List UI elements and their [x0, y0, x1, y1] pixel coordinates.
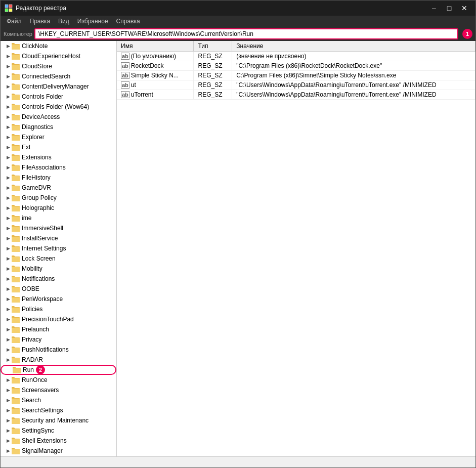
folder-icon: [13, 366, 21, 373]
tree-item-searchsettings[interactable]: ▶ SearchSettings: [1, 405, 116, 415]
tree-item-contentdeliverymanager[interactable]: ▶ ContentDeliveryManager: [1, 81, 116, 92]
tree-item-clicknote[interactable]: ▶ ClickNote: [1, 41, 116, 51]
tree-item-deviceaccess[interactable]: ▶ DeviceAccess: [1, 112, 116, 122]
tree-arrow-icon: ▶: [5, 236, 12, 241]
tree-item-controlsfolderwow64[interactable]: ▶ Controls Folder (Wow64): [1, 102, 116, 112]
tree-item-ext[interactable]: ▶ Ext: [1, 142, 116, 152]
tree-item-diagnostics[interactable]: ▶ Diagnostics: [1, 122, 116, 132]
tree-item-fileassociations[interactable]: ▶ FileAssociations: [1, 162, 116, 173]
ab-icon: ab: [121, 81, 129, 89]
tree-arrow-icon: ▶: [5, 145, 12, 150]
tree-item-notifications[interactable]: ▶ Notifications: [1, 274, 116, 284]
tree-item-lockscreen[interactable]: ▶ Lock Screen: [1, 253, 116, 264]
tree-arrow-icon: ▶: [5, 195, 12, 200]
tree-item-prelaunch[interactable]: ▶ Prelaunch: [1, 324, 116, 334]
tree-item-holographic[interactable]: ▶ Holographic: [1, 203, 116, 213]
tree-item-mobility[interactable]: ▶ Mobility: [1, 264, 116, 274]
tree-item-explorer[interactable]: ▶ Explorer: [1, 132, 116, 142]
close-button[interactable]: ✕: [457, 1, 471, 15]
tree-item-run[interactable]: Run2: [1, 365, 116, 375]
window-title: Редактор реестра: [16, 5, 427, 12]
tree-label: RADAR: [22, 356, 43, 363]
tree-item-shellextensions[interactable]: ▶ Shell Extensions: [1, 436, 116, 446]
tree-label: Shell Extensions: [22, 437, 67, 444]
menu-favorites[interactable]: Избранное: [73, 17, 112, 26]
minimize-button[interactable]: –: [427, 1, 441, 15]
tree-item-settingsync[interactable]: ▶ SettingSync: [1, 426, 116, 436]
table-row[interactable]: abRocketDockREG_SZ"C:\Program Files (x86…: [117, 61, 475, 71]
folder-icon: [12, 164, 20, 171]
folder-icon: [12, 285, 20, 292]
tree-label: DeviceAccess: [22, 113, 60, 120]
folder-icon: [12, 387, 20, 394]
folder-icon: [12, 73, 20, 80]
folder-icon: [12, 144, 20, 151]
folder-icon: [12, 184, 20, 191]
tree-item-immersiveshell[interactable]: ▶ ImmersiveShell: [1, 223, 116, 233]
table-row[interactable]: abSimple Sticky N...REG_SZC:\Program Fil…: [117, 71, 475, 80]
tree-item-radar[interactable]: ▶ RADAR: [1, 355, 116, 365]
reg-name: ab(По умолчанию): [117, 52, 194, 61]
tree-item-privacy[interactable]: ▶ Privacy: [1, 334, 116, 345]
tree-item-internetsettings[interactable]: ▶ Internet Settings: [1, 243, 116, 253]
tree-item-penworkspace[interactable]: ▶ PenWorkspace: [1, 294, 116, 304]
menu-view[interactable]: Вид: [54, 17, 73, 26]
folder-icon: [12, 113, 20, 120]
tree-item-ime[interactable]: ▶ ime: [1, 213, 116, 223]
tree-arrow-icon: ▶: [5, 256, 12, 261]
tree-item-securityandmaintenance[interactable]: ▶ Security and Maintenanc: [1, 415, 116, 426]
tree-item-oobe[interactable]: ▶ OOBE: [1, 284, 116, 294]
tree-item-screensavers[interactable]: ▶ Screensavers: [1, 385, 116, 395]
tree-label: PrecisionTouchPad: [22, 316, 74, 323]
address-input[interactable]: [34, 28, 458, 39]
registry-tree[interactable]: ▶ ClickNote▶ CloudExperienceHost▶ CloudS…: [1, 41, 117, 456]
folder-icon: [12, 346, 20, 353]
tree-label: ImmersiveShell: [22, 225, 63, 232]
tree-label: Internet Settings: [22, 245, 66, 252]
tree-label: Prelaunch: [22, 326, 49, 333]
table-row[interactable]: abuTorrentREG_SZ"C:\Users\Windows\AppDat…: [117, 90, 475, 100]
tree-item-cloudstore[interactable]: ▶ CloudStore: [1, 61, 116, 71]
tree-item-gamedvr[interactable]: ▶ GameDVR: [1, 183, 116, 193]
tree-label: Diagnostics: [22, 123, 53, 131]
folder-icon: [12, 245, 20, 252]
tree-item-cloudexperiencehost[interactable]: ▶ CloudExperienceHost: [1, 51, 116, 61]
tree-item-connectedsearch[interactable]: ▶ ConnectedSearch: [1, 71, 116, 81]
tree-item-precisiontouchpad[interactable]: ▶ PrecisionTouchPad: [1, 314, 116, 324]
table-row[interactable]: abutREG_SZ"C:\Users\Windows\AppData\Roam…: [117, 80, 475, 90]
menu-edit[interactable]: Правка: [26, 17, 55, 26]
tree-item-runonce[interactable]: ▶ RunOnce: [1, 375, 116, 385]
tree-item-pushnotifications[interactable]: ▶ PushNotifications: [1, 345, 116, 355]
table-row[interactable]: ab(По умолчанию)REG_SZ(значение не присв…: [117, 52, 475, 61]
tree-label: FileHistory: [22, 174, 51, 181]
tree-label: Controls Folder: [22, 93, 63, 100]
tree-item-search[interactable]: ▶ Search: [1, 395, 116, 405]
tree-arrow-icon: ▶: [5, 408, 12, 413]
tree-item-filehistory[interactable]: ▶ FileHistory: [1, 173, 116, 183]
tree-arrow-icon: ▶: [5, 286, 12, 291]
tree-item-extensions[interactable]: ▶ Extensions: [1, 152, 116, 162]
folder-icon: [12, 123, 20, 131]
tree-arrow-icon: ▶: [5, 135, 12, 140]
folder-icon: [12, 306, 20, 313]
menu-help[interactable]: Справка: [112, 17, 144, 26]
folder-icon: [12, 316, 20, 323]
tree-label: Group Policy: [22, 194, 57, 201]
tree-item-signalmanager[interactable]: ▶ SignalManager: [1, 446, 116, 456]
tree-label: Holographic: [22, 204, 54, 211]
tree-arrow-icon: ▶: [5, 84, 12, 89]
tree-item-grouppolicy[interactable]: ▶ Group Policy: [1, 193, 116, 203]
menu-file[interactable]: Файл: [3, 17, 26, 26]
ab-icon: ab: [121, 62, 129, 69]
tree-item-installservice[interactable]: ▶ InstallService: [1, 233, 116, 243]
address-bar: Компьютер 1: [1, 27, 475, 41]
tree-arrow-icon: ▶: [5, 377, 12, 382]
tree-arrow-icon: [6, 367, 13, 372]
tree-arrow-icon: ▶: [5, 104, 12, 109]
tree-label: Mobility: [22, 265, 42, 272]
reg-type: REG_SZ: [194, 52, 232, 61]
tree-item-controlsfolder[interactable]: ▶ Controls Folder: [1, 92, 116, 102]
maximize-button[interactable]: □: [442, 1, 456, 15]
tree-item-policies[interactable]: ▶ Policies: [1, 304, 116, 314]
reg-name: abSimple Sticky N...: [117, 71, 194, 80]
